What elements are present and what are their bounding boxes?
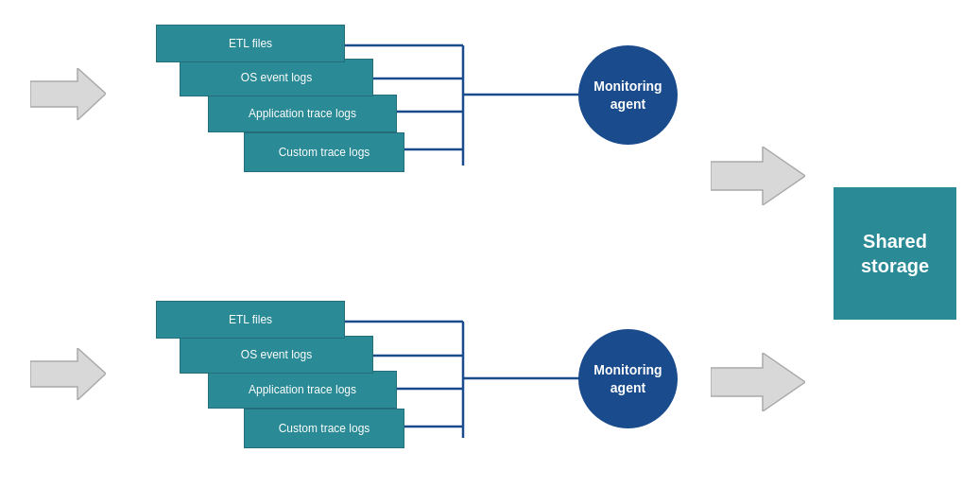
etl-files-bottom: ETL files bbox=[156, 301, 345, 339]
agent-bottom: Monitoring agent bbox=[578, 329, 678, 428]
svg-marker-21 bbox=[711, 147, 805, 205]
svg-marker-20 bbox=[30, 68, 106, 120]
input-arrow-top bbox=[30, 68, 106, 124]
os-event-logs-bottom: OS event logs bbox=[180, 336, 373, 374]
shared-storage: Shared storage bbox=[834, 187, 956, 320]
svg-marker-23 bbox=[711, 353, 805, 411]
diagram: Custom trace logs Application trace logs… bbox=[0, 0, 980, 488]
custom-trace-logs-top: Custom trace logs bbox=[244, 132, 404, 172]
app-trace-logs-top: Application trace logs bbox=[208, 95, 397, 132]
os-event-logs-top: OS event logs bbox=[180, 59, 373, 96]
output-arrow-top bbox=[711, 147, 805, 209]
agent-top: Monitoring agent bbox=[578, 45, 678, 145]
output-arrow-bottom bbox=[711, 353, 805, 415]
input-arrow-bottom bbox=[30, 348, 106, 404]
etl-files-top: ETL files bbox=[156, 25, 345, 62]
app-trace-logs-bottom: Application trace logs bbox=[208, 371, 397, 409]
svg-marker-22 bbox=[30, 348, 106, 400]
custom-trace-logs-bottom: Custom trace logs bbox=[244, 409, 404, 448]
